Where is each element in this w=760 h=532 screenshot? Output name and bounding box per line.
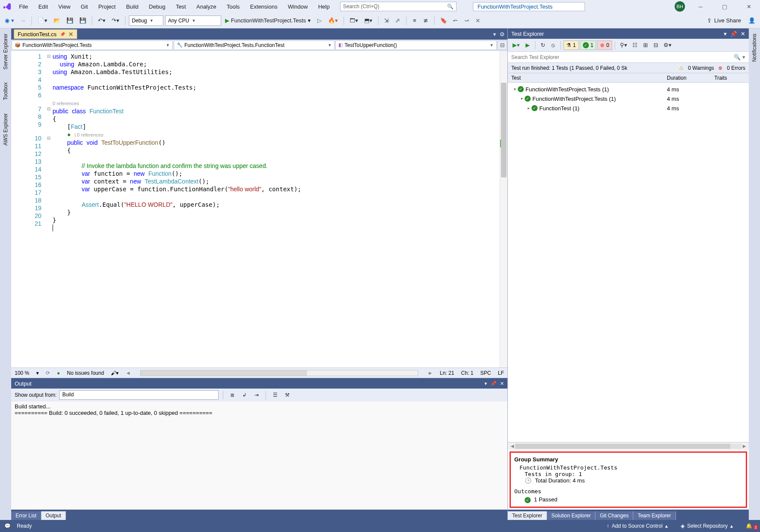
passed-chip[interactable]: ✓1: [580, 40, 597, 50]
run-button[interactable]: ▶: [523, 40, 532, 51]
failed-chip[interactable]: ⊗0: [597, 40, 612, 50]
test-tree-row[interactable]: ▾✓FunctionWithTestProject.Tests (1) 4 ms: [508, 84, 749, 94]
rail-server-explorer[interactable]: Server Explorer: [2, 31, 9, 72]
nav-project-combo[interactable]: 📦FunctionWithTestProject.Tests▼: [12, 40, 173, 50]
split-editor-button[interactable]: ⊟: [497, 40, 507, 50]
menu-test[interactable]: Test: [172, 2, 190, 12]
test-explorer-header[interactable]: Test Explorer ▾ 📌 ✕: [508, 28, 749, 39]
menu-analyze[interactable]: Analyze: [193, 2, 219, 12]
indent-icon[interactable]: ⇥: [252, 389, 261, 401]
menu-file[interactable]: File: [16, 2, 31, 12]
chevron-down-icon[interactable]: ▾: [514, 87, 516, 91]
menu-help[interactable]: Help: [315, 2, 333, 12]
menu-edit[interactable]: Edit: [35, 2, 51, 12]
brush-icon[interactable]: 🖌▾: [111, 370, 119, 376]
eol-mode[interactable]: LF: [498, 370, 504, 376]
bookmark-prev-icon[interactable]: ⤺: [451, 15, 460, 26]
save-all-button[interactable]: 💾: [77, 15, 88, 26]
run-all-button[interactable]: ▶▾: [510, 40, 522, 51]
editor-hscrollbar[interactable]: [140, 370, 418, 376]
doctab-functiontest[interactable]: FunctionTest.cs 📌 ✕: [14, 29, 77, 39]
pin-icon[interactable]: 📌: [491, 381, 497, 386]
chevron-right-icon[interactable]: ▸: [528, 106, 530, 110]
filter-icon[interactable]: ⚲▾: [618, 40, 629, 51]
undo-button[interactable]: ↶▾: [96, 15, 108, 26]
code-editor[interactable]: 123456 789 101112131415161718192021 ⊟ ⊟ …: [11, 51, 507, 367]
clear-output-icon[interactable]: ≣: [228, 389, 237, 401]
codelens-method[interactable]: | 0 references: [75, 132, 103, 137]
zoom-level[interactable]: 100 %: [15, 370, 29, 376]
toggle-wrap-icon[interactable]: ↲: [240, 389, 249, 401]
open-button[interactable]: 📂: [51, 15, 63, 26]
stop-button[interactable]: ⦸: [548, 40, 558, 51]
step-over-icon[interactable]: ⬀: [393, 15, 403, 26]
start-debug-button[interactable]: ▶FunctionWithTestProject.Tests ▾: [223, 15, 313, 26]
issues-label[interactable]: No issues found: [67, 370, 104, 376]
tab-output[interactable]: Output: [41, 511, 66, 520]
expand-icon[interactable]: ⊞: [641, 40, 650, 51]
tab-git-changes[interactable]: Git Changes: [595, 511, 633, 520]
test-search[interactable]: 🔍▾: [508, 52, 749, 63]
redo-button[interactable]: ↷▾: [109, 15, 122, 26]
test-tree-row[interactable]: ▾✓FunctionWithTestProject.Tests (1) 4 ms: [508, 94, 749, 103]
window-pos-icon[interactable]: ▾: [485, 381, 487, 386]
config-combo[interactable]: Debug▼: [129, 16, 163, 26]
output-text[interactable]: Build started... ========== Build: 0 suc…: [11, 401, 507, 510]
tab-team-explorer[interactable]: Team Explorer: [633, 511, 676, 520]
add-source-control-button[interactable]: ↑Add to Source Control ▴: [603, 523, 671, 529]
bookmark-icon[interactable]: 🔖: [438, 15, 449, 26]
bookmark-clear-icon[interactable]: ⤬: [473, 15, 483, 26]
menu-git[interactable]: Git: [77, 2, 91, 12]
window-close-button[interactable]: ✕: [740, 0, 757, 12]
output-settings-icon[interactable]: ⚒: [282, 389, 292, 401]
repeat-button[interactable]: ↻: [538, 40, 547, 51]
bookmark-next-icon[interactable]: ⤻: [462, 15, 472, 26]
close-icon[interactable]: ✕: [741, 31, 745, 37]
menu-extensions[interactable]: Extensions: [247, 2, 281, 12]
live-share-button[interactable]: ⇪Live Share: [704, 17, 744, 24]
active-files-dropdown[interactable]: ▾: [493, 31, 496, 37]
account-icon[interactable]: 👤: [746, 15, 757, 26]
test-search-input[interactable]: [511, 54, 734, 60]
menu-debug[interactable]: Debug: [145, 2, 169, 12]
col-test[interactable]: Test: [508, 75, 667, 81]
uncomment-icon[interactable]: ≢: [421, 15, 431, 26]
tab-solution-explorer[interactable]: Solution Explorer: [547, 511, 595, 520]
test-tree[interactable]: ▾✓FunctionWithTestProject.Tests (1) 4 ms…: [508, 83, 749, 442]
group-icon[interactable]: ☷: [630, 40, 640, 51]
codelens-class[interactable]: 0 references: [53, 101, 79, 106]
nav-back-button[interactable]: ◉ ▾: [3, 15, 16, 26]
chevron-down-icon[interactable]: ▾: [521, 96, 523, 101]
col-traits[interactable]: Traits: [714, 75, 749, 81]
feedback-icon[interactable]: 💬: [4, 523, 11, 529]
platform-combo[interactable]: Any CPU▼: [165, 16, 221, 26]
browser-link-button[interactable]: 🗔▾: [347, 15, 360, 26]
settings-icon[interactable]: ⚙▾: [661, 40, 674, 51]
notifications-button[interactable]: 🔔2: [742, 523, 756, 529]
col-duration[interactable]: Duration: [667, 75, 714, 81]
list-icon[interactable]: ☰: [270, 389, 280, 401]
menu-project[interactable]: Project: [95, 2, 119, 12]
select-repo-button[interactable]: ◈Select Repository ▴: [677, 523, 736, 529]
collapse-icon[interactable]: ⊟: [651, 40, 660, 51]
editor-vscrollbar[interactable]: [500, 51, 507, 367]
save-button[interactable]: 💾: [64, 15, 75, 26]
layout-button[interactable]: ⬒▾: [362, 15, 375, 26]
output-source-combo[interactable]: Build: [59, 390, 219, 400]
pin-icon[interactable]: 📌: [60, 32, 65, 37]
tab-test-explorer[interactable]: Test Explorer: [508, 511, 547, 520]
user-avatar[interactable]: BH: [675, 1, 685, 12]
menu-window[interactable]: Window: [285, 2, 311, 12]
comment-icon[interactable]: ≡: [410, 15, 419, 26]
code-content[interactable]: using Xunit; using Amazon.Lambda.Core; u…: [53, 51, 500, 367]
step-into-icon[interactable]: ⇲: [382, 15, 391, 26]
total-tests-chip[interactable]: ⚗1: [563, 40, 579, 50]
pin-icon[interactable]: 📌: [730, 31, 737, 37]
nav-fwd-button[interactable]: →: [18, 15, 28, 26]
close-icon[interactable]: ✕: [69, 31, 73, 37]
menu-view[interactable]: View: [55, 2, 74, 12]
start-nodebug-button[interactable]: ▷: [315, 15, 324, 26]
indent-mode[interactable]: SPC: [480, 370, 491, 376]
test-tree-hscrollbar[interactable]: ◄►: [508, 442, 749, 450]
quick-launch-search[interactable]: Search (Ctrl+Q) 🔍: [340, 2, 457, 11]
